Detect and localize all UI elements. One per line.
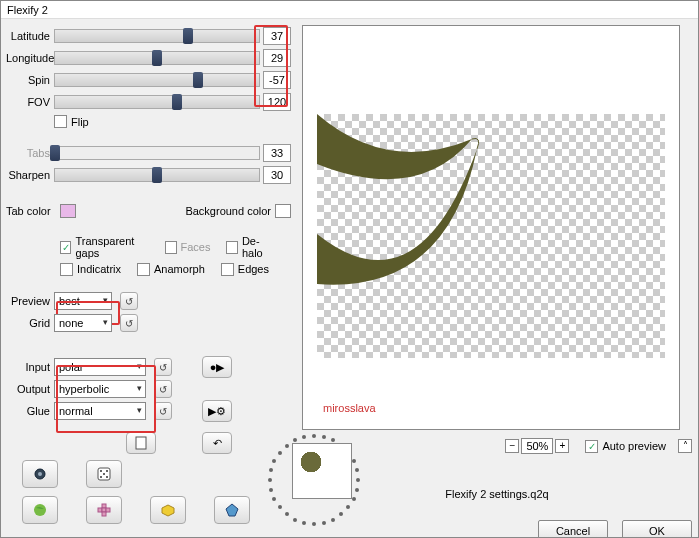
svg-rect-12 (102, 508, 106, 512)
indicatrix-checkbox[interactable] (60, 263, 73, 276)
input-reset-icon[interactable]: ↺ (154, 358, 172, 376)
tabs-value[interactable]: 33 (263, 144, 291, 162)
glue-reset-icon[interactable]: ↺ (154, 402, 172, 420)
lens-icon[interactable] (22, 460, 58, 488)
svg-point-2 (38, 472, 42, 476)
cancel-button[interactable]: Cancel (538, 520, 608, 538)
grid-label: Grid (6, 317, 54, 329)
svg-point-7 (100, 476, 102, 478)
sharpen-slider[interactable] (54, 168, 260, 182)
svg-point-9 (34, 504, 46, 516)
longitude-slider[interactable] (54, 51, 260, 65)
latitude-label: Latitude (6, 30, 54, 42)
globe-icon[interactable] (22, 496, 58, 524)
indicatrix-label: Indicatrix (77, 263, 121, 275)
sharpen-value[interactable]: 30 (263, 166, 291, 184)
anamorph-checkbox[interactable] (137, 263, 150, 276)
zoom-value[interactable]: 50% (521, 438, 553, 454)
spin-label: Spin (6, 74, 54, 86)
bgcolor-label: Background color (185, 205, 271, 217)
svg-rect-0 (136, 437, 146, 449)
svg-rect-11 (98, 508, 102, 512)
dehalo-label: De-halo (242, 235, 275, 259)
autopreview-checkbox[interactable] (585, 440, 598, 453)
orbit-thumbnail[interactable] (292, 443, 352, 499)
svg-point-5 (106, 470, 108, 472)
brick-icon[interactable] (150, 496, 186, 524)
bgcolor-swatch[interactable] (275, 204, 291, 218)
ok-button[interactable]: OK (622, 520, 692, 538)
faces-checkbox[interactable] (165, 241, 176, 254)
svg-point-4 (100, 470, 102, 472)
svg-rect-10 (102, 504, 106, 508)
sharpen-label: Sharpen (6, 169, 54, 181)
grid-reset-icon[interactable]: ↺ (120, 314, 138, 332)
output-label: Output (6, 383, 54, 395)
settings-filename: Flexify 2 settings.q2q (445, 488, 548, 500)
input-label: Input (6, 361, 54, 373)
tabcolor-swatch[interactable] (60, 204, 76, 218)
output-reset-icon[interactable]: ↺ (154, 380, 172, 398)
record-play-icon[interactable]: ●▶ (202, 356, 232, 378)
dehalo-checkbox[interactable] (226, 241, 237, 254)
play-gear-icon[interactable]: ▶⚙ (202, 400, 232, 422)
svg-point-8 (106, 476, 108, 478)
undo-icon[interactable]: ↶ (202, 432, 232, 454)
latitude-slider[interactable] (54, 29, 260, 43)
tabs-slider[interactable] (54, 146, 260, 160)
edges-checkbox[interactable] (221, 263, 234, 276)
gem-icon[interactable] (214, 496, 250, 524)
anamorph-label: Anamorph (154, 263, 205, 275)
grid-select[interactable]: none (54, 314, 112, 332)
fov-label: FOV (6, 96, 54, 108)
glue-label: Glue (6, 405, 54, 417)
faces-label: Faces (181, 241, 211, 253)
svg-rect-14 (102, 512, 106, 516)
preview-reset-icon[interactable]: ↺ (120, 292, 138, 310)
autopreview-label: Auto preview (602, 440, 666, 452)
document-icon[interactable] (126, 432, 156, 454)
tabs-label: Tabs (6, 147, 54, 159)
transparent-gaps-label: Transparent gaps (75, 235, 149, 259)
preview-panel: mirosslava (302, 25, 680, 430)
flip-checkbox[interactable] (54, 115, 67, 128)
svg-point-6 (103, 473, 105, 475)
spin-slider[interactable] (54, 73, 260, 87)
highlight-values (254, 25, 288, 107)
edges-label: Edges (238, 263, 269, 275)
highlight-io (56, 365, 156, 433)
tabcolor-label: Tab color (6, 205, 56, 217)
dice-icon[interactable] (86, 460, 122, 488)
preview-label: Preview (6, 295, 54, 307)
zoom-in-button[interactable]: + (555, 439, 569, 453)
zoom-out-button[interactable]: − (505, 439, 519, 453)
signature: mirosslava (323, 402, 679, 414)
window-title: Flexify 2 (1, 1, 698, 19)
transparent-gaps-checkbox[interactable] (60, 241, 71, 254)
unfold-icon[interactable] (86, 496, 122, 524)
svg-rect-13 (106, 508, 110, 512)
preview-image[interactable] (317, 114, 665, 358)
longitude-label: Longitude (6, 52, 54, 64)
fov-slider[interactable] (54, 95, 260, 109)
flip-label: Flip (71, 116, 89, 128)
collapse-button[interactable]: ˄ (678, 439, 692, 453)
